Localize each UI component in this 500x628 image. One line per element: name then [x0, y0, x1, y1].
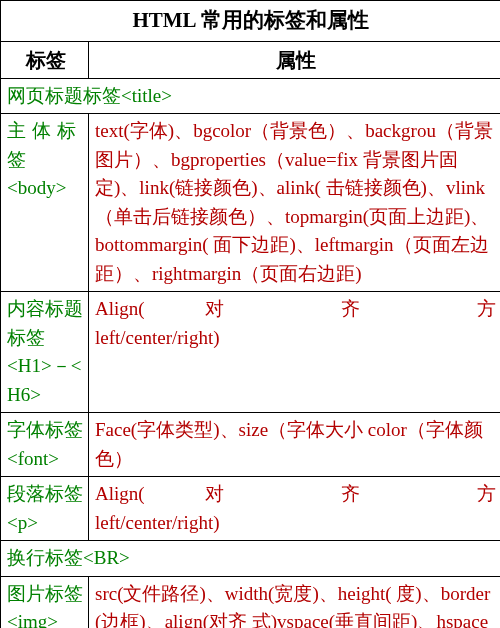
html-tags-table: HTML 常用的标签和属性 标签 属性 网页标题标签<title> 主体标签<b… — [0, 0, 500, 628]
tag-cell: 主体标签<body> — [1, 114, 89, 292]
attr-cell: Align( 对 齐 方 left/center/right) — [89, 292, 501, 413]
tag-cell: 图片标签<img> — [1, 576, 89, 628]
tag-cell: 内容标题标签<H1>－<H6> — [1, 292, 89, 413]
tag-cell: 字体标签<font> — [1, 413, 89, 477]
attr-cell: Align( 对 齐 方 left/center/right) — [89, 477, 501, 541]
tag-cell: 网页标题标签<title> — [1, 78, 501, 114]
attr-cell: text(字体)、bgcolor（背景色）、backgrou（背景图片）、bgp… — [89, 114, 501, 292]
attr-cell: Face(字体类型)、size（字体大小 color（字体颜色） — [89, 413, 501, 477]
tag-cell: 换行标签<BR> — [1, 541, 501, 577]
attr-cell: src(文件路径)、width(宽度)、height( 度)、border(边框… — [89, 576, 501, 628]
header-tag: 标签 — [1, 41, 89, 78]
header-attr: 属性 — [89, 41, 501, 78]
table-title: HTML 常用的标签和属性 — [1, 1, 501, 42]
tag-cell: 段落标签<p> — [1, 477, 89, 541]
